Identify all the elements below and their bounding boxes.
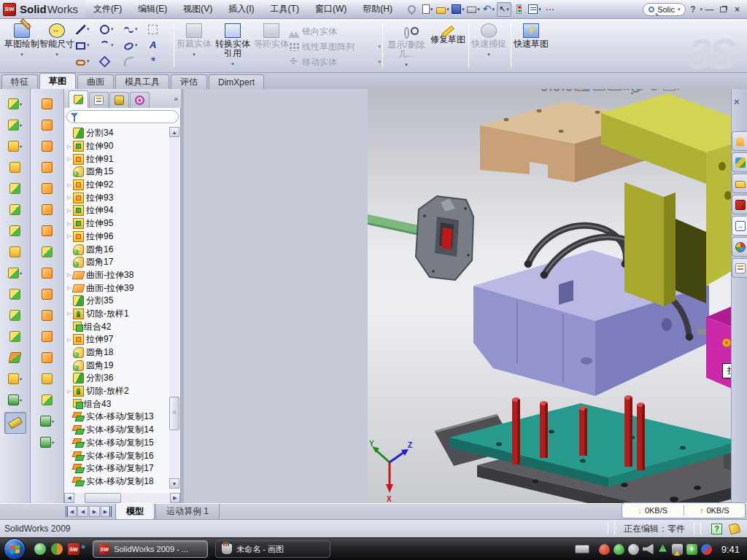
- options-button[interactable]: ▾: [527, 2, 542, 17]
- scroll-thumb[interactable]: [169, 397, 179, 430]
- prev-tab-button[interactable]: ◀: [77, 506, 88, 517]
- volume-icon[interactable]: [643, 544, 654, 555]
- design-library-tab[interactable]: [732, 152, 747, 172]
- instant3d-button[interactable]: [4, 412, 26, 434]
- messenger-icon[interactable]: [34, 543, 46, 555]
- pin-button[interactable]: [405, 2, 419, 17]
- tab-特征[interactable]: 特征: [1, 74, 38, 89]
- tree-item[interactable]: ▷拉伸92: [66, 179, 169, 192]
- expander-icon[interactable]: ▷: [66, 208, 73, 214]
- menu-插入(I)[interactable]: 插入(I): [220, 0, 262, 18]
- zoom-in-out-icon[interactable]: [565, 89, 573, 91]
- display-delete-relations-button[interactable]: 显示/删除几...▾: [385, 21, 427, 69]
- edit-appearance-icon[interactable]: ▾: [663, 89, 676, 90]
- defender-plus-icon[interactable]: [686, 544, 697, 555]
- tab-DimXpert[interactable]: DimXpert: [209, 74, 264, 89]
- tree-item[interactable]: 分割36: [66, 372, 169, 385]
- text-button[interactable]: [148, 38, 170, 52]
- menu-视图(V)[interactable]: 视图(V): [175, 0, 220, 18]
- network-warning-icon[interactable]: [672, 544, 683, 555]
- security-shield-icon[interactable]: [614, 544, 624, 555]
- core-button[interactable]: [36, 370, 58, 387]
- tree-item[interactable]: 圆角16: [66, 243, 169, 256]
- insert-folder-button[interactable]: ▾: [36, 412, 58, 429]
- revolved-boss-button[interactable]: [4, 179, 26, 197]
- display-style-icon[interactable]: ▾: [609, 89, 622, 90]
- save-button[interactable]: ▾: [451, 2, 465, 17]
- search-caret-icon[interactable]: ▾: [678, 7, 681, 12]
- tag-icon[interactable]: [728, 522, 740, 534]
- spline-button[interactable]: ▾: [124, 22, 146, 36]
- taskbar-window-solidworks[interactable]: SWSolidWorks 2009 - ...: [93, 540, 208, 558]
- filled-surface-button[interactable]: [36, 179, 58, 197]
- point-button[interactable]: [148, 54, 170, 69]
- caret-icon[interactable]: ▾: [462, 7, 465, 12]
- location-icon[interactable]: [657, 544, 668, 555]
- start-button[interactable]: [4, 538, 26, 560]
- tree-item[interactable]: ▷拉伸94: [66, 204, 169, 217]
- solidworks-resources-tab[interactable]: [732, 131, 747, 151]
- polygon-button[interactable]: [100, 54, 122, 69]
- caret-icon[interactable]: ▾: [231, 59, 234, 69]
- scroll-thumb-horizontal[interactable]: [85, 493, 121, 503]
- extruded-boss-button[interactable]: ▾: [4, 95, 26, 112]
- toolbox-tab[interactable]: [732, 195, 747, 214]
- caret-icon[interactable]: ▾: [20, 50, 23, 59]
- view-palette-tab[interactable]: [732, 216, 747, 236]
- minimize-button[interactable]: —: [703, 3, 716, 15]
- offset-entities-button[interactable]: 等距实体: [254, 21, 289, 69]
- trim-entities-button[interactable]: 剪裁实体▾: [177, 21, 212, 69]
- tree-horizontal-scrollbar[interactable]: ◀ ▶: [64, 493, 180, 503]
- tree-filter-input[interactable]: [66, 110, 179, 123]
- sketch-button[interactable]: 草图绘制▾: [4, 21, 39, 69]
- tree-item[interactable]: 圆角19: [66, 359, 169, 372]
- caret-icon[interactable]: ▾: [55, 50, 58, 59]
- zoom-to-fit-icon[interactable]: [540, 89, 549, 91]
- parting-surface-button[interactable]: [36, 327, 58, 345]
- tree-item[interactable]: 圆角15: [66, 166, 169, 179]
- open-button[interactable]: ▾: [436, 2, 450, 17]
- status-help-icon[interactable]: ?: [711, 524, 722, 534]
- parting-line-button[interactable]: [36, 285, 58, 303]
- zoom-to-area-icon[interactable]: [552, 89, 561, 91]
- new-document-button[interactable]: ▾: [420, 2, 435, 17]
- caret-icon[interactable]: ▾: [492, 7, 495, 12]
- file-explorer-tab[interactable]: [732, 174, 747, 193]
- tree-tabs-overflow[interactable]: »: [174, 95, 178, 103]
- tree-item[interactable]: ▷曲面-拉伸38: [66, 269, 169, 282]
- scroll-up-button[interactable]: ▲: [169, 127, 179, 137]
- tab-草图[interactable]: 草图: [39, 73, 76, 89]
- part-carrier[interactable]: [368, 196, 473, 280]
- combine-bodies-button[interactable]: [4, 327, 26, 345]
- menu-帮助(H)[interactable]: 帮助(H): [355, 0, 400, 18]
- tree-item[interactable]: ▷曲面-拉伸39: [66, 281, 169, 295]
- line-button[interactable]: ▾: [76, 22, 98, 36]
- next-tab-button[interactable]: ▶: [89, 506, 100, 517]
- doc-tab-模型[interactable]: 模型: [115, 504, 155, 520]
- tooling-split-button[interactable]: [36, 349, 58, 366]
- part-insert[interactable]: [706, 305, 731, 395]
- caret-icon[interactable]: ▾: [477, 7, 480, 12]
- dimxpertmanager-tab[interactable]: [130, 92, 150, 108]
- configurationmanager-tab[interactable]: [109, 92, 129, 108]
- antivirus-shield-icon[interactable]: [599, 544, 610, 555]
- taskbar-clock[interactable]: 9:41: [721, 544, 740, 555]
- hole-wizard-button[interactable]: [4, 243, 26, 260]
- revolved-surface-button[interactable]: [36, 116, 58, 133]
- doc-tab-运动算例 1[interactable]: 运动算例 1: [155, 504, 220, 520]
- tree-vertical-scrollbar[interactable]: ▲ ▼: [169, 127, 179, 489]
- expander-icon[interactable]: ▷: [66, 144, 73, 149]
- tree-item[interactable]: ▷拉伸96: [66, 230, 169, 244]
- slot-button[interactable]: ▾: [76, 54, 98, 69]
- restore-button[interactable]: [716, 3, 730, 15]
- mirror-entities-button[interactable]: 镜向实体: [289, 24, 381, 39]
- offset-surface-button[interactable]: [36, 222, 58, 239]
- tree-item[interactable]: ▷拉伸97: [66, 333, 169, 346]
- caret-icon[interactable]: ▾: [430, 7, 433, 12]
- expander-icon[interactable]: ▷: [66, 389, 73, 394]
- rapid-sketch-button[interactable]: 快速草图: [514, 21, 549, 69]
- featuremanager-tree-tab[interactable]: [69, 90, 88, 108]
- tree-item[interactable]: 实体-移动/复制15: [66, 437, 169, 450]
- quick-launch-overflow-chevron[interactable]: »: [81, 542, 85, 551]
- view-orientation-icon[interactable]: ▾: [593, 89, 605, 90]
